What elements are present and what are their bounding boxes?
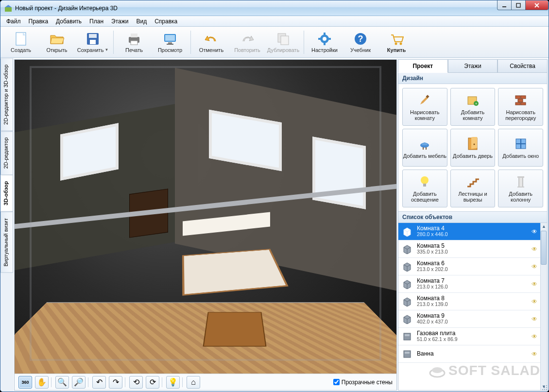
svg-rect-20 bbox=[324, 33, 326, 35]
tab-virtual-visit[interactable]: Виртуальный визит bbox=[0, 212, 13, 273]
add-column-button[interactable]: Добавить колонну bbox=[498, 170, 543, 207]
maximize-button[interactable] bbox=[511, 0, 526, 10]
design-grid: Нарисовать комнату +Добавить комнату Нар… bbox=[398, 84, 547, 211]
list-item[interactable]: Комната 5335.0 x 213.0👁 bbox=[398, 240, 540, 258]
menu-edit[interactable]: Правка bbox=[26, 17, 51, 26]
visibility-icon[interactable]: 👁 bbox=[532, 316, 537, 323]
add-furniture-button[interactable]: Добавить мебель bbox=[402, 129, 447, 167]
add-door-button[interactable]: Добавить дверь bbox=[450, 129, 496, 167]
lighting-button[interactable]: 💡 bbox=[166, 376, 180, 389]
list-item[interactable]: Ванна👁 bbox=[398, 345, 540, 363]
scroll-up-button[interactable]: ▲ bbox=[541, 223, 547, 230]
object-meta: Комната 4280.0 x 446.0 bbox=[417, 225, 528, 238]
object-meta: Комната 9402.0 x 437.0 bbox=[417, 313, 528, 325]
redo-button[interactable]: Повторить bbox=[230, 28, 265, 57]
draw-room-button[interactable]: Нарисовать комнату bbox=[402, 88, 447, 126]
tab-2d-editor[interactable]: 2D-редактор bbox=[0, 131, 13, 175]
minimize-button[interactable] bbox=[497, 0, 512, 10]
furniture-icon bbox=[401, 331, 413, 342]
visibility-icon[interactable]: 👁 bbox=[532, 281, 537, 288]
buy-button[interactable]: Купить bbox=[379, 28, 414, 57]
resize-grip[interactable] bbox=[541, 384, 548, 391]
brick-icon bbox=[514, 93, 528, 107]
add-room-button[interactable]: +Добавить комнату bbox=[450, 88, 496, 126]
visibility-icon[interactable]: 👁 bbox=[532, 333, 537, 340]
tab-2d3d-combo[interactable]: 2D-редактор и 3D-обзор bbox=[0, 58, 13, 131]
room-icon bbox=[401, 313, 413, 325]
tab-3d-view[interactable]: 3D-обзор bbox=[0, 175, 13, 212]
add-lighting-button[interactable]: Добавить освещение bbox=[402, 170, 447, 207]
transparent-walls-input[interactable] bbox=[333, 379, 340, 385]
list-item[interactable]: Комната 9402.0 x 437.0👁 bbox=[398, 310, 540, 328]
visibility-icon[interactable]: 👁 bbox=[532, 228, 537, 235]
close-button[interactable] bbox=[525, 0, 549, 10]
tab-floors[interactable]: Этажи bbox=[448, 59, 498, 73]
visibility-icon[interactable]: 👁 bbox=[532, 351, 537, 358]
preview-button[interactable]: Просмотр bbox=[153, 28, 188, 57]
object-meta: Комната 6213.0 x 202.0 bbox=[417, 260, 528, 273]
menu-view[interactable]: Вид bbox=[133, 17, 150, 26]
file-icon bbox=[13, 31, 29, 47]
svg-rect-0 bbox=[5, 7, 12, 12]
draw-partition-button[interactable]: Нарисовать перегородку bbox=[498, 88, 543, 126]
tutorial-button[interactable]: ? Учебник bbox=[343, 28, 378, 57]
menu-plan[interactable]: План bbox=[86, 17, 106, 26]
folder-icon bbox=[49, 31, 65, 47]
rotate-left-button[interactable]: ↶ bbox=[92, 376, 106, 389]
titlebar: Новый проект - Дизайн Интерьера 3D bbox=[0, 0, 549, 16]
orbit-360-button[interactable]: 360 bbox=[18, 376, 32, 389]
printer-icon bbox=[126, 31, 142, 47]
tilt-right-button[interactable]: ⟳ bbox=[146, 376, 159, 389]
list-item[interactable]: Комната 7213.0 x 126.0👁 bbox=[398, 275, 540, 293]
create-button[interactable]: Создать bbox=[3, 28, 38, 57]
visibility-icon[interactable]: 👁 bbox=[532, 263, 537, 270]
print-button[interactable]: Печать bbox=[117, 28, 152, 57]
save-button[interactable]: Сохранить▼ bbox=[75, 28, 110, 57]
rotate-right-button[interactable]: ↷ bbox=[109, 376, 122, 389]
svg-rect-8 bbox=[90, 40, 96, 44]
svg-point-71 bbox=[546, 387, 547, 388]
menu-file[interactable]: Файл bbox=[3, 17, 24, 26]
home-view-button[interactable]: ⌂ bbox=[187, 376, 200, 389]
svg-point-46 bbox=[421, 176, 429, 184]
svg-rect-22 bbox=[318, 38, 321, 40]
svg-rect-36 bbox=[521, 102, 526, 105]
stairs-button[interactable]: Лестницы и вырезы bbox=[450, 170, 496, 207]
zoom-out-button[interactable]: 🔍 bbox=[55, 376, 69, 389]
svg-text:?: ? bbox=[358, 34, 363, 44]
pan-button[interactable]: ✋ bbox=[35, 376, 49, 389]
settings-button[interactable]: Настройки bbox=[307, 28, 342, 57]
list-item[interactable]: Газовая плита51.0 x 62.1 x 86.9👁 bbox=[398, 328, 540, 345]
tab-project[interactable]: Проект bbox=[398, 59, 448, 73]
rotate-left-icon: ↶ bbox=[96, 377, 103, 387]
gear-icon bbox=[317, 31, 332, 47]
list-item[interactable]: Комната 6213.0 x 202.0👁 bbox=[398, 258, 540, 275]
scrollbar[interactable]: ▲ ▼ bbox=[540, 223, 547, 390]
bulb-icon: 💡 bbox=[168, 377, 178, 387]
duplicate-button[interactable]: Дублировать bbox=[266, 28, 301, 57]
duplicate-icon bbox=[275, 31, 291, 47]
menu-help[interactable]: Справка bbox=[152, 17, 180, 26]
visibility-icon[interactable]: 👁 bbox=[532, 246, 537, 253]
tab-properties[interactable]: Свойства bbox=[498, 59, 548, 73]
viewport-3d[interactable] bbox=[15, 60, 396, 374]
svg-rect-14 bbox=[168, 42, 172, 44]
separator bbox=[190, 31, 191, 54]
add-window-button[interactable]: Добавить окно bbox=[498, 129, 543, 167]
scroll-thumb[interactable] bbox=[541, 231, 547, 265]
open-button[interactable]: Открыть bbox=[39, 28, 74, 57]
list-item[interactable]: Комната 8213.0 x 139.0👁 bbox=[398, 293, 540, 310]
toolbar: Создать Открыть Сохранить▼ Печать Просмо… bbox=[0, 27, 549, 58]
object-name: Ванна bbox=[417, 351, 528, 357]
transparent-walls-checkbox[interactable]: Прозрачные стены bbox=[333, 379, 393, 386]
list-item[interactable]: Комната 4280.0 x 446.0👁 bbox=[398, 223, 540, 240]
visibility-icon[interactable]: 👁 bbox=[532, 298, 537, 305]
zoom-in-button[interactable]: 🔎 bbox=[72, 376, 86, 389]
undo-button[interactable]: Отменить bbox=[194, 28, 229, 57]
room-icon bbox=[401, 278, 413, 290]
object-list: Комната 4280.0 x 446.0👁Комната 5335.0 x … bbox=[398, 223, 547, 390]
menu-add[interactable]: Добавить bbox=[53, 17, 85, 26]
menu-floors[interactable]: Этажи bbox=[108, 17, 131, 26]
floppy-icon bbox=[85, 31, 101, 47]
tilt-left-button[interactable]: ⟲ bbox=[129, 376, 143, 389]
